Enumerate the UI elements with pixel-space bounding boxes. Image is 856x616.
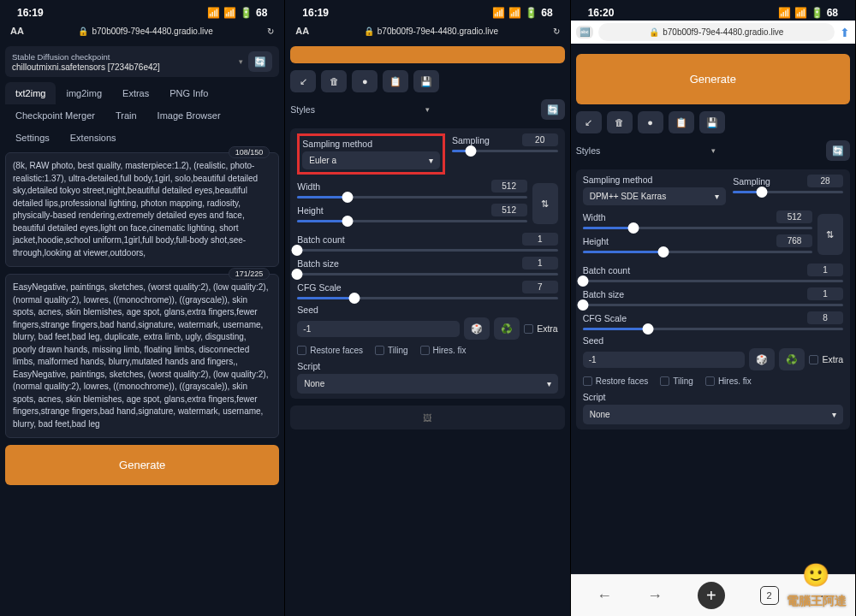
sampling-steps-value[interactable]: 20 <box>522 133 558 146</box>
sampling-steps-slider[interactable] <box>452 150 558 152</box>
hires-fix-checkbox[interactable] <box>705 376 715 386</box>
extra-checkbox[interactable] <box>809 355 818 364</box>
styles-refresh[interactable]: 🔄 <box>541 99 565 120</box>
chevron-down-icon: ▾ <box>239 57 243 66</box>
tab-train[interactable]: Train <box>105 104 147 127</box>
tab-img2img[interactable]: img2img <box>56 82 112 104</box>
generate-button[interactable]: Generate <box>576 54 850 104</box>
nav-newtab-icon[interactable]: + <box>698 582 725 609</box>
sampling-steps-label: Sampling <box>452 135 515 145</box>
swap-dimensions-button[interactable]: ⇅ <box>532 183 558 224</box>
height-value[interactable]: 512 <box>491 204 527 216</box>
refresh-button[interactable]: 🔄 <box>248 51 272 72</box>
chevron-down-icon: ▾ <box>715 192 719 201</box>
height-slider[interactable] <box>297 220 526 222</box>
recycle-icon[interactable]: ♻️ <box>779 348 805 370</box>
tab-settings[interactable]: Settings <box>5 127 60 149</box>
address-bar[interactable]: AA 🔒b70b00f9-79e4-4480.gradio.live ↻ <box>0 21 284 41</box>
styles-dropdown[interactable]: ▾ <box>320 102 536 117</box>
generate-button[interactable]: Generate <box>5 445 279 485</box>
clipboard-icon[interactable]: 📋 <box>383 70 408 92</box>
batch-count-value[interactable]: 1 <box>522 233 558 246</box>
seed-input[interactable]: -1 <box>583 352 746 368</box>
save-icon[interactable]: 💾 <box>413 70 439 92</box>
checkpoint-selector[interactable]: Stable Diffusion checkpoint chilloutmixn… <box>5 46 279 77</box>
watermark-text: 電腦王阿達 <box>787 594 847 609</box>
cfg-value[interactable]: 7 <box>522 281 558 293</box>
sampling-highlight: Sampling method Euler a▾ <box>297 133 445 175</box>
negative-counter: 171/225 <box>229 268 270 280</box>
extra-label: Extra <box>822 354 843 364</box>
batch-size-slider[interactable] <box>583 304 843 306</box>
action-icons: ↙ 🗑 ● 📋 💾 <box>576 111 850 133</box>
clipboard-icon[interactable]: 📋 <box>669 111 694 133</box>
tab-pnginfo[interactable]: PNG Info <box>159 82 218 104</box>
width-value[interactable]: 512 <box>776 210 812 223</box>
record-icon[interactable]: ● <box>352 70 377 92</box>
batch-size-label: Batch size <box>583 289 800 299</box>
status-time: 16:20 <box>588 7 615 19</box>
restore-faces-checkbox[interactable] <box>297 346 306 355</box>
arrow-diag-icon[interactable]: ↙ <box>576 111 602 133</box>
reload-icon[interactable]: ↻ <box>553 27 560 36</box>
reload-icon[interactable]: ↻ <box>267 27 274 36</box>
restore-faces-checkbox[interactable] <box>583 376 592 386</box>
nav-tabs-button[interactable]: 2 <box>760 586 779 605</box>
address-bar[interactable]: AA 🔒b70b00f9-79e4-4480.gradio.live ↻ <box>285 21 569 41</box>
translate-icon[interactable]: 🔤 <box>576 26 593 38</box>
script-dropdown[interactable]: None▾ <box>583 405 843 424</box>
tab-image-browser[interactable]: Image Browser <box>147 104 231 127</box>
width-slider[interactable] <box>297 196 526 198</box>
cfg-value[interactable]: 8 <box>807 311 843 324</box>
tiling-checkbox[interactable] <box>375 346 384 355</box>
sampling-method-dropdown[interactable]: Euler a▾ <box>302 151 440 169</box>
nav-back-icon[interactable]: ← <box>597 587 612 605</box>
recycle-icon[interactable]: ♻️ <box>494 317 520 340</box>
tab-extensions[interactable]: Extensions <box>60 127 127 149</box>
tab-extras[interactable]: Extras <box>112 82 159 104</box>
batch-count-slider[interactable] <box>297 249 557 252</box>
status-bar: 16:19 📶📶🔋68 <box>0 0 284 21</box>
trash-icon[interactable]: 🗑 <box>607 111 633 133</box>
batch-size-value[interactable]: 1 <box>522 257 558 270</box>
seed-input[interactable]: -1 <box>297 321 460 337</box>
swap-dimensions-button[interactable]: ⇅ <box>817 214 843 255</box>
cfg-slider[interactable] <box>583 328 843 330</box>
hires-fix-checkbox[interactable] <box>420 346 430 355</box>
height-value[interactable]: 768 <box>776 234 812 247</box>
sampling-method-dropdown[interactable]: DPM++ SDE Karras▾ <box>583 187 726 205</box>
negative-prompt-textarea[interactable]: 171/225 EasyNegative, paintings, sketche… <box>5 274 279 438</box>
status-time: 16:19 <box>302 7 329 19</box>
batch-size-value[interactable]: 1 <box>807 287 843 300</box>
dice-icon[interactable]: 🎲 <box>464 317 490 340</box>
width-slider[interactable] <box>583 227 812 229</box>
tiling-checkbox[interactable] <box>660 376 669 386</box>
aa-button[interactable]: AA <box>10 26 24 36</box>
styles-dropdown[interactable]: ▾ <box>605 143 821 158</box>
styles-refresh[interactable]: 🔄 <box>826 140 850 161</box>
script-dropdown[interactable]: None▾ <box>297 374 557 394</box>
tab-txt2img[interactable]: txt2img <box>5 82 56 104</box>
batch-count-value[interactable]: 1 <box>807 264 843 276</box>
aa-button[interactable]: AA <box>295 26 309 36</box>
dice-icon[interactable]: 🎲 <box>749 348 775 370</box>
trash-icon[interactable]: 🗑 <box>321 70 347 92</box>
extra-checkbox[interactable] <box>524 324 533 334</box>
nav-forward-icon[interactable]: → <box>647 587 663 605</box>
height-slider[interactable] <box>583 251 812 253</box>
sampling-steps-value[interactable]: 28 <box>807 175 843 187</box>
address-bar[interactable]: 🔒b70b00f9-79e4-4480.gradio.live <box>598 23 835 41</box>
share-icon[interactable]: ⬆ <box>840 26 850 39</box>
batch-count-slider[interactable] <box>583 280 843 282</box>
wifi-icon: 📶 <box>508 7 521 19</box>
save-icon[interactable]: 💾 <box>699 111 725 133</box>
width-value[interactable]: 512 <box>491 180 527 192</box>
batch-size-slider[interactable] <box>297 273 557 275</box>
cfg-slider[interactable] <box>297 297 557 299</box>
record-icon[interactable]: ● <box>638 111 663 133</box>
generate-button-partial[interactable] <box>290 46 564 63</box>
prompt-textarea[interactable]: 108/150 (8k, RAW photo, best quality, ma… <box>5 152 279 267</box>
arrow-diag-icon[interactable]: ↙ <box>290 70 316 92</box>
sampling-steps-slider[interactable] <box>733 191 843 193</box>
tab-checkpoint-merger[interactable]: Checkpoint Merger <box>5 104 105 127</box>
